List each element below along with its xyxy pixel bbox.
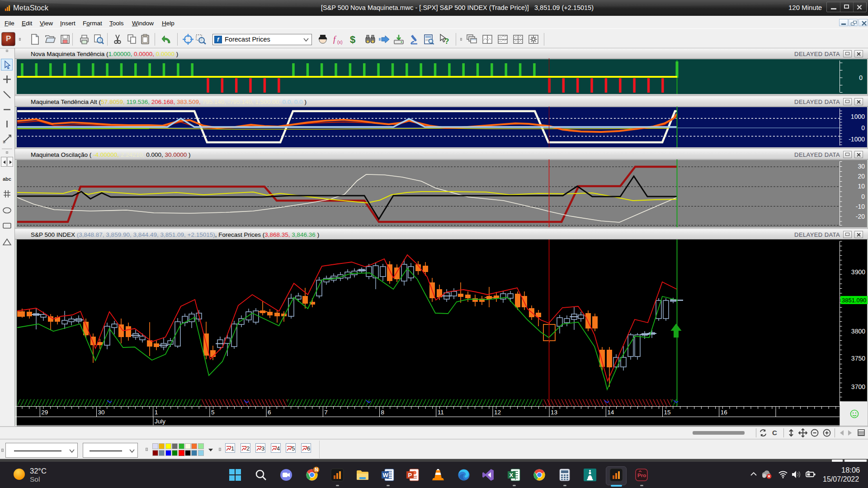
svg-text:W: W bbox=[383, 472, 389, 479]
svg-text:7: 7 bbox=[324, 409, 328, 416]
svg-text:14: 14 bbox=[607, 409, 614, 416]
svg-text:f: f bbox=[333, 34, 337, 44]
svg-text:3900: 3900 bbox=[851, 268, 865, 276]
svg-text:11: 11 bbox=[438, 409, 444, 416]
svg-text:(x): (x) bbox=[337, 40, 343, 45]
svg-text:July: July bbox=[155, 418, 165, 425]
svg-text:8: 8 bbox=[381, 409, 385, 416]
svg-text:1: 1 bbox=[155, 409, 158, 416]
svg-text:13: 13 bbox=[551, 409, 557, 416]
svg-text:29: 29 bbox=[41, 409, 48, 416]
svg-text:10: 10 bbox=[858, 183, 865, 190]
svg-text:0: 0 bbox=[861, 124, 865, 131]
svg-text:20: 20 bbox=[858, 173, 865, 180]
svg-text:3700: 3700 bbox=[851, 383, 865, 390]
svg-text:-20: -20 bbox=[856, 213, 865, 220]
svg-text:5: 5 bbox=[211, 409, 215, 416]
svg-text:P: P bbox=[408, 472, 412, 479]
svg-text:0: 0 bbox=[859, 74, 863, 81]
svg-text:-10: -10 bbox=[856, 203, 865, 210]
svg-text:-1000: -1000 bbox=[849, 136, 865, 143]
svg-text:$: $ bbox=[350, 34, 355, 45]
svg-text:12: 12 bbox=[494, 409, 501, 416]
svg-text:3750: 3750 bbox=[851, 355, 865, 362]
svg-text:X: X bbox=[509, 472, 514, 479]
svg-text:30: 30 bbox=[98, 409, 105, 416]
svg-text:6: 6 bbox=[268, 409, 271, 416]
svg-text:0: 0 bbox=[861, 193, 865, 200]
svg-text:30: 30 bbox=[858, 163, 865, 170]
svg-text:Pro: Pro bbox=[637, 473, 646, 478]
svg-text:1000: 1000 bbox=[851, 113, 865, 120]
svg-text:15: 15 bbox=[664, 409, 671, 416]
svg-text:16: 16 bbox=[721, 409, 727, 416]
svg-text:3851.090: 3851.090 bbox=[842, 297, 866, 304]
svg-text:?: ? bbox=[444, 37, 449, 45]
svg-text:3800: 3800 bbox=[851, 328, 865, 335]
